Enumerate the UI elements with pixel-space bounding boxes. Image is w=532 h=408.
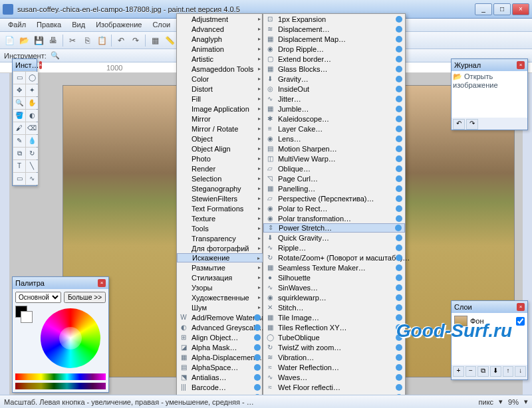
more-button[interactable]: Больше >> [64, 292, 106, 303]
grid-button[interactable]: ▦ [148, 34, 162, 47]
menu-item[interactable]: ≈Water Reflection… [263, 362, 405, 372]
cut-button[interactable]: ✂ [66, 34, 79, 47]
menu-item[interactable]: Advanced▸ [177, 24, 263, 34]
picker-tool[interactable]: 💧 [26, 135, 38, 147]
menu-item[interactable]: Fill▸ [177, 94, 263, 104]
brush-tool[interactable]: 🖌 [13, 122, 25, 134]
menu-item[interactable]: Object Align▸ [177, 144, 263, 153]
menu-item[interactable]: ◉Polar transformation… [263, 213, 405, 223]
menu-item[interactable]: ∿Waves… [263, 372, 405, 382]
fill-tool[interactable]: 🪣 [13, 110, 25, 122]
menu-item[interactable]: ⊞Align Object… [177, 332, 263, 342]
new-button[interactable]: 📄 [3, 34, 16, 47]
ruler-button[interactable]: 📏 [163, 34, 176, 47]
close-button[interactable]: × [512, 3, 529, 15]
menu-item[interactable]: Для фотографий▸ [177, 243, 263, 253]
rect-select-tool[interactable]: ▭ [13, 72, 25, 84]
menu-item[interactable]: ◉Drop Ripple… [263, 44, 405, 54]
menu-item[interactable]: StewienFilters▸ [177, 193, 263, 203]
move-tool[interactable]: ✥ [13, 84, 25, 96]
menu-item[interactable]: Object▸ [177, 134, 263, 144]
menu-item[interactable]: ⊡1px Expansion [263, 14, 405, 24]
menu-item[interactable]: ⇕Power Stretch… [263, 223, 405, 233]
menu-item[interactable]: ⬇Gravity… [263, 74, 405, 84]
menu-item[interactable]: ▤Motion Sharpen… [263, 144, 405, 153]
color-mode-select[interactable]: Основной [15, 292, 61, 303]
paste-button[interactable]: 📋 [95, 34, 108, 47]
menu-item[interactable]: ◎InsideOut [263, 84, 405, 94]
history-item[interactable]: 📂 Открыть изображение [453, 72, 526, 89]
menu-item[interactable]: ≋Vibration… [263, 352, 405, 362]
menu-view[interactable]: Вид [66, 19, 90, 31]
save-button[interactable]: 💾 [32, 34, 45, 47]
menu-item[interactable]: Mirror▸ [177, 114, 263, 124]
menu-item[interactable]: Selection▸ [177, 173, 263, 183]
add-layer-button[interactable]: + [453, 366, 464, 377]
menu-item[interactable]: WAdd/Remove Watermark… [177, 312, 263, 322]
menu-item[interactable]: ◉Lens… [263, 134, 405, 144]
menu-item[interactable]: Искажение▸ [177, 253, 263, 262]
menu-item[interactable]: ◹Page Curl… [263, 173, 405, 183]
menu-item[interactable]: ∿SinWaves… [263, 282, 405, 292]
eraser-tool[interactable]: ⌫ [26, 122, 38, 134]
close-icon[interactable]: × [98, 279, 106, 287]
menu-item[interactable]: Стилизация▸ [177, 272, 263, 282]
pencil-tool[interactable]: ✎ [13, 135, 25, 147]
open-button[interactable]: 📂 [17, 34, 31, 47]
menu-item[interactable]: Размытие▸ [177, 262, 263, 272]
menu-item[interactable]: Шум▸ [177, 302, 263, 312]
gradient-tool[interactable]: ◐ [26, 110, 38, 122]
menu-item[interactable]: Photo▸ [177, 153, 263, 163]
maximize-button[interactable]: □ [493, 3, 511, 15]
menu-item[interactable]: ↻TwistZ with zoom… [263, 342, 405, 352]
menu-item[interactable]: Asmageddon Tools▸ [177, 64, 263, 74]
menu-item[interactable]: ≡Layer Cake… [263, 124, 405, 134]
zoom-tool[interactable]: 🔍 [13, 97, 25, 109]
menu-item[interactable]: Text Formations▸ [177, 203, 263, 213]
close-icon[interactable]: × [517, 61, 525, 69]
print-button[interactable]: 🖶 [47, 34, 60, 47]
menu-item[interactable]: ▦Panelling… [263, 183, 405, 193]
delete-layer-button[interactable]: − [466, 366, 477, 377]
menu-item[interactable]: Artistic▸ [177, 54, 263, 64]
menu-item[interactable]: ▦Displacement Map… [263, 34, 405, 44]
menu-item[interactable]: Distort▸ [177, 84, 263, 94]
menu-item[interactable]: ▦Jumble… [263, 104, 405, 114]
menu-item[interactable]: ≈Wet Floor reflecti… [263, 382, 405, 392]
menu-edit[interactable]: Правка [31, 19, 66, 31]
menu-item[interactable]: ▦Tiles Reflection XY… [263, 322, 405, 332]
copy-button[interactable]: ⎘ [80, 34, 94, 47]
menu-item[interactable]: Adjustment▸ [177, 14, 263, 24]
menu-item[interactable]: ●Silhouette [263, 272, 405, 282]
menu-item[interactable]: Художественные▸ [177, 292, 263, 302]
swatch-strip[interactable] [15, 373, 106, 380]
minimize-button[interactable]: _ [475, 3, 492, 15]
menu-image[interactable]: Изображение [90, 19, 147, 31]
undo-button[interactable]: ↶ [114, 34, 128, 47]
menu-item[interactable]: ⬇Quick Gravity… [263, 233, 405, 243]
menu-item[interactable]: ∿Ripple… [263, 243, 405, 253]
menu-item[interactable]: Transparency▸ [177, 233, 263, 243]
redo-history-button[interactable]: ↷ [466, 119, 478, 130]
magic-wand-tool[interactable]: ✦ [26, 84, 38, 96]
menu-item[interactable]: ≋Displacement… [263, 24, 405, 34]
undo-history-button[interactable]: ↶ [453, 119, 465, 130]
menu-item[interactable]: ◯TubeOblique [263, 332, 405, 342]
unit-label[interactable]: пикс [479, 398, 494, 406]
merge-layer-button[interactable]: ⬇ [490, 366, 501, 377]
menu-item[interactable]: ◐Advanced Greyscale… [177, 322, 263, 332]
close-icon[interactable]: × [39, 61, 43, 69]
menu-item[interactable]: |||Barcode… [177, 382, 263, 392]
secondary-color-swatch[interactable] [21, 311, 33, 323]
menu-item[interactable]: ▦Tile Image… [263, 312, 405, 322]
shape-tool[interactable]: ▭ [13, 173, 25, 185]
menu-item[interactable]: Render▸ [177, 163, 263, 173]
layer-visible-checkbox[interactable] [516, 317, 525, 326]
menu-item[interactable]: Узоры▸ [177, 282, 263, 292]
menu-item[interactable]: ▦Alpha-Displacement… [177, 352, 263, 362]
layer-up-button[interactable]: ↑ [503, 366, 514, 377]
menu-item[interactable]: ↻Rotate/Zoom+ (Поворот и масштаб+)… [263, 253, 405, 262]
curve-tool[interactable]: ∿ [26, 173, 38, 185]
menu-item[interactable]: ∿Jitter… [263, 94, 405, 104]
menu-item[interactable]: ✕Stitch… [263, 302, 405, 312]
